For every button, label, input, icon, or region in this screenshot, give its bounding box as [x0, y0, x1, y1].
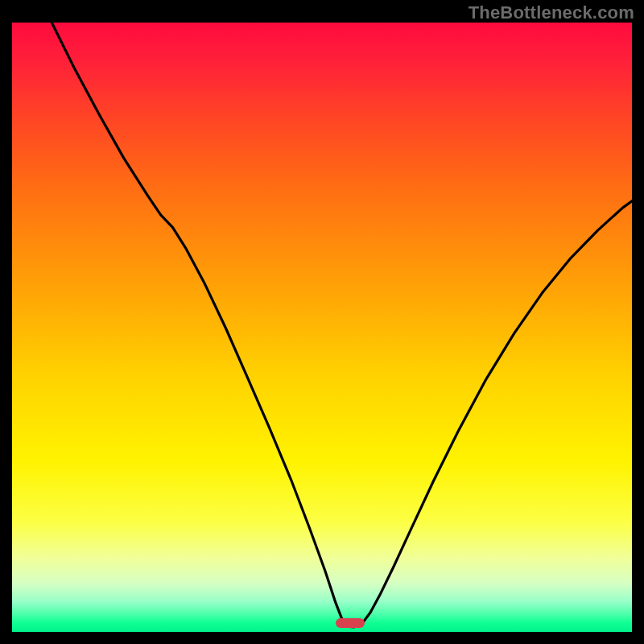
- optimum-marker: [336, 618, 365, 628]
- plot-area: [12, 23, 632, 632]
- bottleneck-curve: [12, 23, 632, 632]
- watermark-text: TheBottleneck.com: [469, 2, 634, 23]
- chart-frame: TheBottleneck.com: [0, 0, 644, 644]
